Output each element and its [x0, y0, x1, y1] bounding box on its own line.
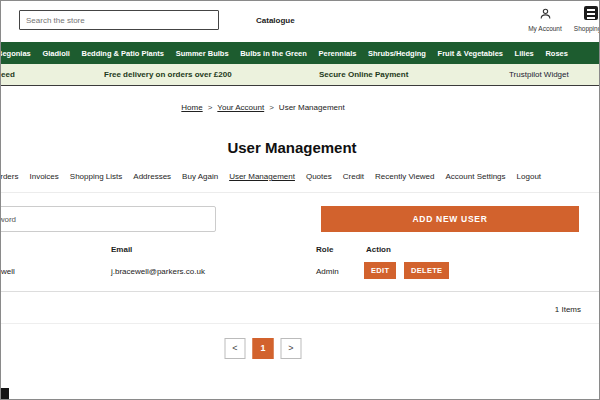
tab-credit[interactable]: Credit: [343, 172, 364, 181]
breadcrumb: Home>Your Account>User Management: [181, 103, 344, 112]
nav-item-bulbs-green[interactable]: Bulbs in the Green: [237, 49, 310, 58]
user-management-page: Catalogue My Account Shopping Li Begonia…: [0, 0, 600, 400]
edit-user-button[interactable]: EDIT: [364, 262, 396, 279]
my-account-label: My Account: [523, 25, 567, 32]
usp-free-delivery: Free delivery on orders over £200: [104, 70, 232, 79]
breadcrumb-your-account-link[interactable]: Your Account: [217, 103, 264, 112]
tab-recently-viewed[interactable]: Recently Viewed: [375, 172, 434, 181]
nav-item-perennials[interactable]: Perennials: [315, 49, 359, 58]
tab-logout[interactable]: Logout: [517, 172, 541, 181]
pagination-prev-button[interactable]: <: [225, 338, 246, 359]
breadcrumb-current: User Management: [279, 103, 345, 112]
nav-item-summer-bulbs[interactable]: Summer Bulbs: [173, 49, 232, 58]
nav-item-roses[interactable]: Roses: [542, 49, 571, 58]
trustpilot-widget: Trustpilot Widget: [509, 70, 569, 79]
pagination: < 1 >: [225, 338, 302, 359]
top-header: Catalogue My Account Shopping Li: [1, 1, 599, 42]
user-email-cell: j.bracewell@parkers.co.uk: [111, 267, 205, 276]
nav-item-lilies[interactable]: Lilies: [512, 49, 537, 58]
items-count: 1 Items: [555, 305, 581, 314]
tab-user-management[interactable]: User Management: [229, 172, 295, 181]
page-title: User Management: [227, 139, 356, 156]
usp-secure-payment: Secure Online Payment: [319, 70, 408, 79]
catalogue-link[interactable]: Catalogue: [256, 16, 295, 25]
category-nav: Begonias Gladioli Bedding & Patio Plants…: [1, 42, 599, 64]
pagination-next-button[interactable]: >: [281, 338, 302, 359]
store-search-input[interactable]: [19, 10, 219, 30]
column-header-action: Action: [366, 245, 391, 254]
column-header-role: Role: [316, 245, 333, 254]
nav-item-shrubs-hedging[interactable]: Shrubs/Hedging: [365, 49, 429, 58]
nav-item-fruit-vegetables[interactable]: Fruit & Vegetables: [435, 49, 506, 58]
pagination-page-1[interactable]: 1: [253, 338, 274, 359]
breadcrumb-separator: >: [269, 103, 274, 112]
tab-invoices[interactable]: Invoices: [29, 172, 58, 181]
bottom-left-widget: [1, 388, 9, 399]
usp-guaranteed: eed: [1, 70, 15, 79]
shopping-list-button[interactable]: Shopping Li: [569, 6, 600, 32]
tab-shopping-lists[interactable]: Shopping Lists: [70, 172, 122, 181]
account-tabs: Orders Invoices Shopping Lists Addresses…: [0, 172, 541, 181]
tab-buy-again[interactable]: Buy Again: [182, 172, 218, 181]
add-new-user-button[interactable]: ADD NEW USER: [321, 206, 579, 232]
tab-account-settings[interactable]: Account Settings: [446, 172, 506, 181]
table-bottom-divider: [1, 291, 599, 292]
shopping-list-label: Shopping Li: [569, 25, 600, 32]
nav-item-bedding-patio[interactable]: Bedding & Patio Plants: [79, 49, 168, 58]
nav-item-begonias[interactable]: Begonias: [0, 49, 34, 58]
user-role-cell: Admin: [316, 267, 339, 276]
breadcrumb-home-link[interactable]: Home: [181, 103, 202, 112]
shopping-list-icon: [584, 6, 598, 20]
list-divider: [1, 323, 599, 324]
user-name-cell: well: [1, 267, 15, 276]
my-account-button[interactable]: My Account: [523, 6, 567, 32]
nav-item-gladioli[interactable]: Gladioli: [39, 49, 73, 58]
keyword-search-input[interactable]: [0, 206, 216, 232]
usp-bar: eed Free delivery on orders over £200 Se…: [1, 64, 599, 86]
tab-addresses[interactable]: Addresses: [133, 172, 171, 181]
tabs-divider: [1, 192, 599, 193]
column-header-email: Email: [111, 245, 132, 254]
breadcrumb-separator: >: [208, 103, 213, 112]
delete-user-button[interactable]: DELETE: [404, 262, 449, 279]
tab-orders[interactable]: Orders: [0, 172, 18, 181]
person-icon: [539, 6, 552, 19]
tab-quotes[interactable]: Quotes: [306, 172, 332, 181]
